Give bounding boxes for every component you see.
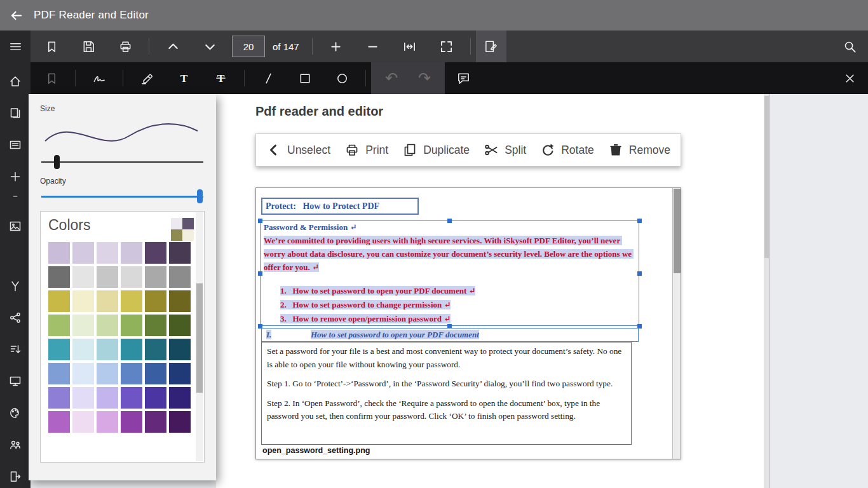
size-slider[interactable] <box>41 155 203 169</box>
strikethrough-tool-icon[interactable]: T <box>202 62 239 94</box>
search-icon[interactable] <box>831 30 868 62</box>
remove-button[interactable]: Remove <box>608 142 670 158</box>
print-icon[interactable] <box>107 30 144 62</box>
color-swatch[interactable] <box>97 387 118 409</box>
text-tool-icon[interactable]: T <box>165 62 202 94</box>
color-swatch[interactable] <box>169 315 191 336</box>
export-image-icon[interactable] <box>9 220 22 235</box>
bookmark-annotation-icon[interactable] <box>33 62 70 94</box>
selection-handle[interactable] <box>258 271 262 276</box>
rotate-button[interactable]: Rotate <box>540 142 594 158</box>
color-swatch[interactable] <box>169 387 191 409</box>
color-swatch[interactable] <box>145 339 166 360</box>
page-number-input[interactable]: 20 <box>232 36 265 57</box>
home-icon[interactable] <box>9 75 22 90</box>
reader-view-icon[interactable] <box>9 139 22 154</box>
size-slider-thumb[interactable] <box>54 155 60 169</box>
opacity-slider-track[interactable] <box>41 196 203 198</box>
split-pages-icon[interactable] <box>9 280 22 295</box>
back-icon[interactable] <box>9 8 24 23</box>
color-swatch[interactable] <box>48 411 70 433</box>
rectangle-shape-icon[interactable] <box>287 62 323 94</box>
present-icon[interactable] <box>9 375 22 390</box>
color-swatch[interactable] <box>97 266 118 288</box>
color-swatch[interactable] <box>121 387 142 409</box>
comment-icon[interactable] <box>445 62 482 94</box>
color-swatch[interactable] <box>72 290 94 312</box>
close-icon[interactable] <box>831 62 868 94</box>
selection-handle[interactable] <box>637 271 642 276</box>
size-slider-track[interactable] <box>41 161 203 163</box>
color-swatch[interactable] <box>97 315 118 336</box>
color-swatch[interactable] <box>169 411 191 433</box>
pdf-page-image[interactable]: Protect: How to Protect PDF Password & P… <box>255 187 681 459</box>
color-swatch[interactable] <box>121 266 142 288</box>
color-swatch[interactable] <box>169 339 191 360</box>
add-page-icon[interactable] <box>9 170 22 186</box>
share-icon[interactable] <box>9 311 22 327</box>
line-shape-icon[interactable] <box>250 62 287 94</box>
color-swatch[interactable] <box>121 242 142 264</box>
color-swatch[interactable] <box>145 315 166 336</box>
page-scrollbar[interactable] <box>764 94 770 488</box>
page-scrollbar-thumb[interactable] <box>764 96 769 258</box>
color-swatch[interactable] <box>145 242 166 264</box>
pages-icon[interactable] <box>9 107 22 122</box>
split-button[interactable]: Split <box>484 142 526 158</box>
color-swatch[interactable] <box>97 411 118 433</box>
color-swatch[interactable] <box>169 363 191 384</box>
color-swatch[interactable] <box>48 363 70 384</box>
draw-palette-icon[interactable] <box>9 407 22 422</box>
color-swatch[interactable] <box>48 339 70 360</box>
color-swatch[interactable] <box>72 411 94 433</box>
highlighter-icon[interactable] <box>128 62 165 94</box>
hamburger-menu-icon[interactable] <box>0 30 31 62</box>
zoom-out-icon[interactable] <box>355 30 391 62</box>
color-swatch[interactable] <box>72 387 94 409</box>
color-swatch[interactable] <box>121 315 142 336</box>
color-swatch[interactable] <box>145 387 166 409</box>
color-swatch[interactable] <box>48 315 70 336</box>
color-swatch[interactable] <box>145 290 166 312</box>
selection-handle[interactable] <box>258 219 262 223</box>
ellipse-shape-icon[interactable] <box>323 62 360 94</box>
color-swatch[interactable] <box>121 339 142 360</box>
color-swatch[interactable] <box>72 242 94 264</box>
duplicate-button[interactable]: Duplicate <box>402 142 470 158</box>
people-settings-icon[interactable] <box>9 438 22 454</box>
opacity-slider-thumb[interactable] <box>197 189 203 203</box>
color-swatch[interactable] <box>97 339 118 360</box>
color-swatch[interactable] <box>145 411 166 433</box>
color-swatch[interactable] <box>72 339 94 360</box>
exit-icon[interactable] <box>9 470 22 485</box>
color-swatch[interactable] <box>72 315 94 336</box>
color-swatch[interactable] <box>48 290 70 312</box>
undo-icon[interactable]: ↶ <box>375 71 408 86</box>
color-swatch[interactable] <box>72 266 94 288</box>
signature-pen-icon[interactable] <box>81 62 118 94</box>
fit-screen-icon[interactable] <box>428 30 465 62</box>
doc-scrollbar[interactable] <box>672 188 681 459</box>
annotate-mode-button[interactable] <box>476 30 506 62</box>
color-swatch[interactable] <box>97 242 118 264</box>
doc-scrollbar-thumb[interactable] <box>674 189 681 273</box>
color-swatch[interactable] <box>169 290 191 312</box>
color-swatch[interactable] <box>121 411 142 433</box>
fit-width-icon[interactable] <box>391 30 428 62</box>
redo-icon[interactable]: ↷ <box>408 71 441 86</box>
bookmark-icon[interactable] <box>33 30 70 62</box>
color-swatch[interactable] <box>72 363 94 384</box>
color-swatch[interactable] <box>121 363 142 384</box>
color-swatch[interactable] <box>48 266 70 288</box>
opacity-slider[interactable] <box>41 189 203 203</box>
color-swatch[interactable] <box>169 266 191 288</box>
print-button[interactable]: Print <box>344 142 388 158</box>
color-swatch[interactable] <box>145 363 166 384</box>
color-swatch[interactable] <box>97 363 118 384</box>
sort-pages-icon[interactable] <box>9 343 22 358</box>
color-swatch[interactable] <box>48 387 70 409</box>
color-swatch[interactable] <box>121 290 142 312</box>
colors-scrollbar-thumb[interactable] <box>196 283 203 393</box>
zoom-in-icon[interactable] <box>318 30 355 62</box>
previous-page-icon[interactable] <box>154 30 191 62</box>
